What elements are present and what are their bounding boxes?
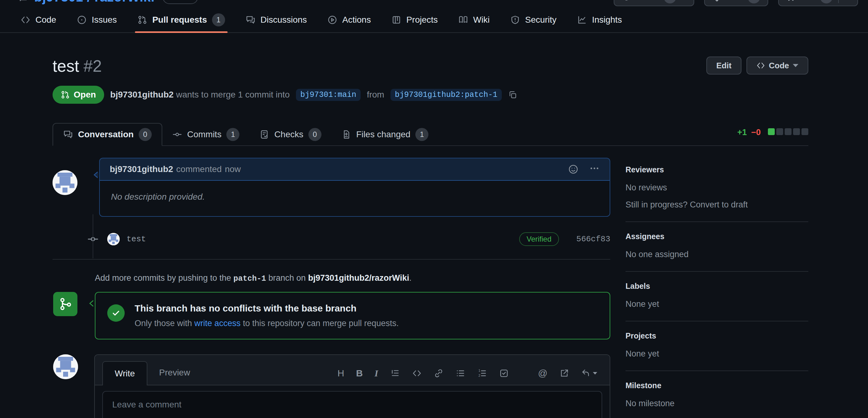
star-icon [786, 0, 796, 2]
kebab-menu-icon[interactable] [589, 163, 600, 176]
repo-nav: Code Issues Pull requests 1 Discussions … [0, 7, 868, 33]
play-circle-icon [328, 15, 337, 25]
fork-count: 1 [748, 0, 760, 3]
diff-block-neutral [793, 128, 800, 135]
cross-reference-icon[interactable] [559, 368, 569, 378]
tab-conversation[interactable]: Conversation 0 [53, 123, 162, 146]
book-icon [458, 15, 468, 25]
star-button[interactable]: Star 0 [778, 0, 858, 6]
avatar[interactable] [107, 233, 120, 245]
commit-row: test Verified 566cf83 [53, 232, 610, 246]
quote-icon[interactable] [390, 368, 400, 378]
tab-preview[interactable]: Preview [147, 360, 202, 385]
copy-icon[interactable] [508, 90, 517, 99]
project-board-icon [392, 15, 401, 25]
markdown-toolbar: H B I 12 @ [338, 368, 602, 385]
emoji-reaction-icon[interactable] [568, 164, 579, 175]
graph-icon [577, 15, 587, 25]
code-icon[interactable] [412, 368, 422, 378]
comment-editor: Write Preview H B I 12 [53, 354, 610, 418]
tasklist-icon[interactable] [499, 368, 509, 378]
edit-button[interactable]: Edit [706, 57, 741, 74]
head-branch-chip[interactable]: bj97301github2:patch-1 [391, 89, 502, 101]
checks-count: 0 [308, 128, 321, 141]
commit-message[interactable]: test [127, 235, 146, 244]
base-branch-chip[interactable]: bj97301:main [296, 89, 361, 101]
svg-text:1: 1 [478, 369, 480, 372]
milestone-empty: No milestone [625, 399, 808, 408]
avatar [53, 354, 78, 379]
git-merge-icon [53, 292, 78, 316]
nav-tab-code[interactable]: Code [12, 7, 64, 32]
italic-icon[interactable]: I [375, 368, 378, 379]
repo-icon [18, 0, 29, 2]
labels-heading[interactable]: Labels [625, 282, 808, 291]
nav-tab-discussions[interactable]: Discussions [238, 7, 315, 32]
issue-icon [77, 15, 87, 25]
pr-description-comment: bj97301github2 commented now No descript… [53, 158, 610, 217]
diff-block-neutral [785, 128, 792, 135]
sidebar-section-milestone: Milestone No milestone [625, 381, 808, 418]
watch-count: 1 [664, 0, 676, 3]
assignees-heading[interactable]: Assignees [625, 232, 808, 241]
repo-full-name: bj97301github2/razorWiki [308, 273, 409, 283]
avatar[interactable] [53, 170, 78, 195]
tab-files-changed[interactable]: Files changed 1 [332, 123, 438, 146]
comment-author[interactable]: bj97301github2 [110, 164, 173, 174]
mention-icon[interactable]: @ [538, 368, 548, 379]
pr-sidebar: Reviewers No reviews Still in progress? … [625, 158, 808, 418]
merge-status-subtext: Only those with write access to this rep… [135, 319, 399, 328]
convert-to-draft-link[interactable]: Convert to draft [690, 200, 748, 209]
heading-icon[interactable]: H [338, 368, 344, 379]
milestone-heading[interactable]: Milestone [625, 381, 808, 390]
pr-timeline: bj97301github2 commented now No descript… [53, 158, 610, 418]
reviewers-heading[interactable]: Reviewers [625, 165, 808, 174]
nav-tab-security[interactable]: Security [502, 7, 565, 32]
reviewers-empty: No reviews [625, 183, 808, 193]
diff-stat: +1 −0 [737, 128, 808, 145]
pull-requests-count: 1 [212, 13, 225, 26]
tab-commits[interactable]: Commits 1 [162, 123, 249, 146]
commit-sha[interactable]: 566cf83 [577, 235, 610, 244]
verified-badge[interactable]: Verified [519, 232, 559, 246]
watch-button[interactable]: Watch 1 [614, 0, 694, 6]
sidebar-section-labels: Labels None yet [625, 282, 808, 321]
timeline-line [93, 214, 93, 258]
projects-heading[interactable]: Projects [625, 332, 808, 340]
fork-button[interactable]: Fork 1 [704, 0, 768, 6]
sidebar-section-reviewers: Reviewers No reviews Still in progress? … [625, 165, 808, 222]
tab-checks[interactable]: Checks 0 [249, 123, 331, 146]
nav-tab-projects[interactable]: Projects [383, 7, 446, 32]
code-dropdown-button[interactable]: Code [746, 57, 808, 74]
nav-tab-issues[interactable]: Issues [69, 7, 125, 32]
nav-tab-insights[interactable]: Insights [569, 7, 630, 32]
nav-tab-actions[interactable]: Actions [319, 7, 379, 32]
unordered-list-icon[interactable] [456, 368, 465, 378]
write-access-link[interactable]: write access [194, 319, 241, 328]
pr-header: test#2 Edit Code Open bj97301github2 wan… [53, 57, 808, 104]
saved-replies-icon[interactable] [581, 368, 597, 378]
check-icon [107, 304, 125, 322]
pr-number: #2 [83, 57, 102, 75]
comment-discussion-icon [63, 130, 73, 139]
link-icon[interactable] [434, 368, 444, 378]
fork-icon [712, 0, 721, 2]
merge-status-section: This branch has no conflicts with the ba… [53, 292, 610, 340]
nav-tab-pull-requests[interactable]: Pull requests 1 [129, 7, 233, 32]
ordered-list-icon[interactable]: 12 [477, 368, 487, 378]
global-header: bj97301 / razorWiki Public Watch 1 Fork … [0, 0, 868, 7]
pr-author[interactable]: bj97301github2 [111, 90, 174, 99]
discussions-icon [246, 15, 255, 25]
visibility-badge: Public [163, 0, 198, 4]
svg-text:2: 2 [478, 374, 480, 377]
nav-tab-wiki[interactable]: Wiki [450, 7, 498, 32]
repo-breadcrumb[interactable]: bj97301 / razorWiki [34, 0, 155, 5]
code-icon [21, 15, 30, 25]
comment-timestamp[interactable]: now [225, 164, 241, 174]
tab-write[interactable]: Write [102, 361, 147, 385]
bold-icon[interactable]: B [356, 368, 363, 379]
diff-additions: +1 [737, 128, 747, 137]
merge-status-title: This branch has no conflicts with the ba… [135, 303, 399, 314]
comment-textarea[interactable] [102, 391, 602, 418]
pr-state-badge: Open [53, 86, 104, 104]
